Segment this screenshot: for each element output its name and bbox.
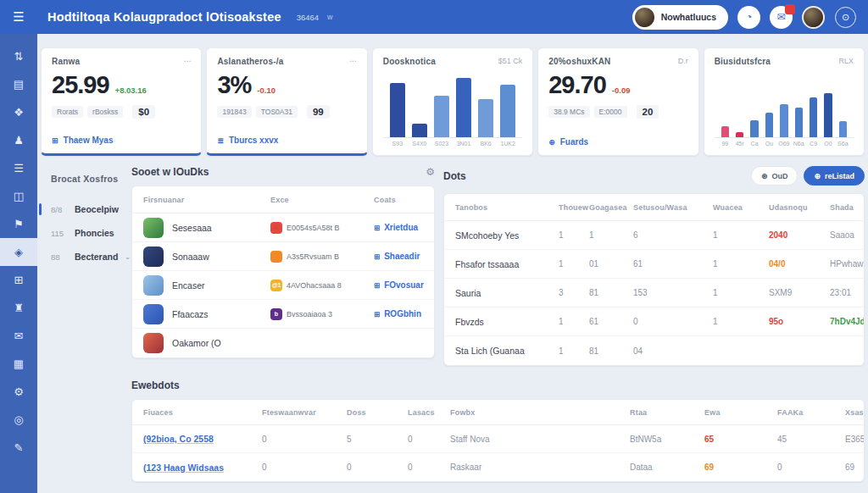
card-meta: RLX	[839, 57, 854, 65]
cell-highlight: 65	[704, 435, 777, 444]
table-row[interactable]: Sauria 3 81 153 1 SXM9 23:01	[444, 279, 864, 307]
table-row[interactable]: Fhsafor tssaaaa 1 01 61 1 04/0 HPwhaw	[444, 250, 864, 279]
card-link-label: Fuards	[560, 137, 588, 147]
table-row[interactable]: (123 Haag Widsaas 0 0 0 Raskaar Dataa 69…	[132, 453, 864, 481]
hamburger-icon[interactable]: ☰	[0, 9, 37, 25]
kpi-chip: TOS0A31	[256, 106, 298, 118]
cell: 1	[713, 317, 769, 326]
bar	[810, 97, 817, 137]
add-button[interactable]: ⊕ reListad	[804, 166, 865, 186]
cell: 3	[559, 288, 589, 297]
cell: 0	[262, 463, 347, 472]
chart-bars	[383, 71, 522, 138]
bar	[795, 108, 803, 137]
rail-targets-icon[interactable]: ◎	[0, 406, 37, 434]
cell: 7hDv4Jd	[830, 317, 865, 326]
help-icon: ⊙	[842, 12, 849, 23]
rail-edit-icon[interactable]: ✎	[0, 434, 37, 462]
app-root: ☰ Hodtiltoqa Kolaugpradoct lOtisoakstee …	[0, 0, 868, 493]
plus-circle-icon: ⊕	[548, 138, 555, 147]
rail-flag-icon[interactable]: ⚑	[0, 210, 37, 238]
rail-assets-icon[interactable]: ♜	[0, 294, 37, 322]
cell: 1	[559, 346, 589, 356]
icon-rail: ⇅▤❖♟☰◫⚑◈⊞♜✉▦⚙◎✎	[0, 34, 37, 493]
card-link[interactable]: ⊞ Thaew Myas	[52, 136, 191, 145]
rail-settings-icon[interactable]: ⚙	[0, 378, 37, 406]
table-row[interactable]: Sesesaaa 4D E0054s5A58t B ⊞ Xrietdua	[132, 213, 434, 242]
row-detail: 4AVOhacsaaa 8	[287, 281, 342, 290]
filter-button[interactable]: ⊛ OuD	[751, 166, 798, 186]
row-link[interactable]: (92bioa, Co 2558	[143, 434, 262, 444]
row-detail: A3s5Rvsuam B	[287, 252, 339, 261]
table-row[interactable]: Sonaaaw O2 A3s5Rvsuam B ⊞ Shaeadir	[132, 242, 434, 271]
status-badge: O2	[270, 251, 282, 263]
kpi-value: 25.99	[52, 73, 109, 97]
table-row[interactable]: (92bioa, Co 2558 0 5 0 Staff Nova BtNW5a…	[132, 425, 864, 453]
table-row[interactable]: Encaser @1 4AVOhacsaaa 8 ⊞ FOvosuar	[132, 271, 434, 300]
rail-users-icon[interactable]: ♟	[0, 126, 37, 154]
rail-apps-icon[interactable]: ❖	[0, 98, 37, 126]
profile-avatar[interactable]	[802, 6, 825, 29]
sidebar-item-3[interactable]: 88 Becterand ⌄	[37, 245, 131, 269]
column-header: Thouew	[559, 203, 589, 212]
table-row[interactable]: SMcohoeby Yes 1 1 6 1 2040 Saaoa	[444, 221, 864, 250]
sidebar-item-label: Beocelpiw	[75, 204, 119, 214]
history-button[interactable]: ◔	[737, 6, 760, 29]
tick-label: 1UK2	[497, 141, 519, 147]
cell: 1	[559, 259, 589, 269]
tick-label: S93	[387, 141, 409, 147]
cell-highlight: 95o	[769, 317, 830, 326]
bar	[750, 120, 758, 137]
card-title: Ranwa	[52, 57, 80, 66]
row-link[interactable]: ⊞ FOvosuar	[374, 280, 424, 290]
row-link[interactable]: ⊞ ROGbhin	[374, 309, 423, 319]
kpi-delta: -0.09	[612, 86, 631, 95]
card-meta: $51 Ck	[498, 57, 523, 65]
help-button[interactable]: ⊙	[835, 7, 856, 28]
table-row[interactable]: Oakamor (O	[132, 329, 434, 357]
cell: 1	[713, 288, 769, 297]
grid-icon: ⊞	[52, 136, 58, 145]
app-title: Hodtiltoqa Kolaugpradoct lOtisoakstee	[47, 10, 281, 24]
sidebar-item-label: Becterand	[75, 252, 118, 262]
user-menu[interactable]: Nowhatluucs	[632, 5, 728, 30]
topbar-actions: Nowhatluucs ◔ ✉ ⊙	[632, 5, 868, 30]
sidebar-item-1[interactable]: 8/8 Beocelpiw	[37, 197, 131, 221]
gear-icon[interactable]: ⚙	[426, 166, 435, 178]
table-row[interactable]: Fbvzds 1 61 0 1 95o 7hDv4Jd	[444, 307, 864, 336]
card-menu-icon[interactable]: ⋯	[183, 57, 191, 65]
kpi-stat: 99	[307, 105, 330, 119]
cell-highlight: SXM9	[769, 288, 830, 297]
rail-transfer-icon[interactable]: ⇅	[0, 42, 37, 70]
cell: 23:01	[830, 288, 853, 297]
sidebar-item-count: 115	[51, 229, 68, 238]
table-header: Tanobos Thouew Goagasea Setusou/Wasa Wua…	[444, 194, 864, 221]
rail-list-icon[interactable]: ☰	[0, 154, 37, 182]
table-row[interactable]: Ffaacazs b Bvssoaiaoa 3 ⊞ ROGbhin	[132, 300, 434, 329]
card-title: Aslanatheros-/a	[217, 57, 283, 66]
row-link[interactable]: ⊞ Xrietdua	[374, 223, 423, 232]
row-link-label: ROGbhin	[384, 309, 421, 319]
app-icon	[143, 218, 164, 238]
user-name: Nowhatluucs	[661, 12, 716, 22]
kpi-card-4: 20%oshuxKAN D.r 29.70 -0.09 38.9 MCs E:0…	[537, 47, 698, 156]
rail-modules-icon[interactable]: ◈	[0, 238, 37, 266]
rail-dashboard-icon[interactable]: ▤	[0, 70, 37, 98]
kpi-card-5: Biusidutsfcra RLX 9945rCaQuO69N6aC9O0S6a	[704, 47, 865, 156]
notifications-button[interactable]: ✉	[770, 6, 793, 29]
table-row[interactable]: Sta Lich (Guanaa 1 81 04	[444, 336, 864, 365]
rail-grid-icon[interactable]: ⊞	[0, 266, 37, 294]
column-header: Fiuaces	[143, 408, 262, 417]
rail-layout-icon[interactable]: ◫	[0, 182, 37, 210]
card-link[interactable]: ⊕ Fuards	[548, 137, 687, 147]
row-link[interactable]: ⊞ Shaeadir	[374, 252, 423, 261]
section-title: Sooet w lOuDks	[131, 166, 209, 178]
bar-chart: S93S4X0S0233N01BK61UK2	[383, 71, 522, 147]
rail-reports-icon[interactable]: ▦	[0, 350, 37, 378]
rail-mail-icon[interactable]: ✉	[0, 322, 37, 350]
row-link[interactable]: (123 Haag Widsaas	[143, 463, 262, 473]
status-badge: b	[270, 308, 282, 320]
sidebar-item-2[interactable]: 115 Phoncies	[37, 221, 131, 245]
card-menu-icon[interactable]: ⋯	[349, 57, 357, 65]
card-link[interactable]: ≣ Tburcs xxvx	[217, 136, 356, 145]
